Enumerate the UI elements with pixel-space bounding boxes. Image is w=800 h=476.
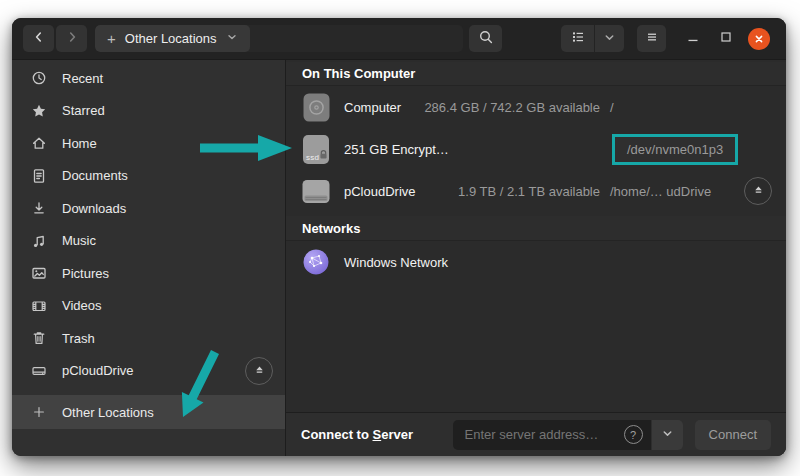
disk-icon: [302, 92, 330, 122]
location-row-encrypted-partition[interactable]: ssd 251 GB Encrypt… /dev/nvme0n1p3: [286, 128, 786, 170]
list-view-button[interactable]: [561, 25, 594, 52]
help-icon[interactable]: ?: [624, 425, 643, 444]
window-body: Recent Starred Home Documents Downloads: [12, 60, 786, 456]
label-text: erver: [381, 427, 413, 442]
close-icon: [748, 28, 770, 50]
minimize-icon: [685, 29, 701, 48]
path-bar[interactable]: + Other Locations: [95, 25, 463, 52]
sidebar-item-trash[interactable]: Trash: [12, 322, 285, 355]
sidebar-item-recent[interactable]: Recent: [12, 62, 285, 95]
sidebar-item-pictures[interactable]: Pictures: [12, 257, 285, 290]
sidebar-item-label: Recent: [62, 71, 103, 86]
ssd-encrypted-icon: ssd: [302, 134, 330, 164]
lock-icon: [318, 148, 329, 163]
download-icon: [31, 200, 47, 216]
document-icon: [31, 168, 47, 184]
path-segment-other-locations[interactable]: + Other Locations: [95, 25, 250, 52]
eject-slot: [740, 177, 772, 205]
connect-button-label: Connect: [709, 427, 757, 442]
sidebar-item-pclouddrive[interactable]: pCloudDrive: [12, 355, 285, 388]
eject-icon: [253, 363, 266, 379]
chevron-left-icon: [31, 29, 47, 48]
sidebar-item-label: Home: [62, 136, 97, 151]
sidebar-item-label: pCloudDrive: [62, 363, 134, 378]
harddrive-icon: [302, 176, 330, 206]
location-path: /home/… udDrive: [600, 184, 740, 199]
location-size: 1.9 TB / 2.1 TB available: [458, 184, 600, 199]
section-header-label: Networks: [302, 221, 361, 236]
server-address-field: ?: [453, 420, 651, 450]
sidebar-item-label: Pictures: [62, 266, 109, 281]
home-icon: [31, 135, 47, 151]
chevron-down-icon: [226, 31, 238, 46]
section-header-on-this-computer: On This Computer: [286, 62, 786, 86]
sidebar-item-home[interactable]: Home: [12, 127, 285, 160]
server-address-input[interactable]: [463, 426, 624, 443]
recent-servers-button[interactable]: [652, 420, 683, 450]
maximize-button[interactable]: [709, 25, 742, 52]
main-column: On This Computer Computer 286.4 GB / 742…: [286, 60, 786, 456]
sidebar-item-label: Videos: [62, 298, 102, 313]
sidebar-item-downloads[interactable]: Downloads: [12, 192, 285, 225]
network-globe-icon: [302, 247, 330, 277]
minimize-button[interactable]: [676, 25, 709, 52]
clock-icon: [31, 70, 47, 86]
eject-button[interactable]: [744, 177, 772, 205]
back-button[interactable]: [23, 25, 54, 52]
location-name: Computer: [344, 100, 401, 115]
section-header-label: On This Computer: [302, 66, 415, 81]
location-size: 286.4 GB / 742.2 GB available: [424, 100, 600, 115]
sidebar-item-starred[interactable]: Starred: [12, 95, 285, 128]
connect-button[interactable]: Connect: [695, 420, 771, 450]
connect-to-server-bar: Connect to Server ? Connect: [286, 412, 786, 456]
label-text: Connect to: [301, 427, 373, 442]
list-view-icon: [570, 29, 586, 48]
star-icon: [31, 103, 47, 119]
sidebar-item-other-locations[interactable]: Other Locations: [12, 395, 285, 429]
hamburger-menu-icon: [644, 29, 660, 48]
server-address-group: ? Connect: [453, 420, 771, 450]
eject-icon: [752, 183, 765, 199]
sidebar-item-label: Trash: [62, 331, 95, 346]
help-glyph: ?: [630, 429, 636, 441]
label-mnemonic: S: [373, 427, 382, 442]
film-icon: [31, 298, 47, 314]
plus-icon: [31, 404, 47, 420]
sidebar-item-label: Starred: [62, 103, 105, 118]
sidebar-item-music[interactable]: Music: [12, 225, 285, 258]
trash-icon: [31, 330, 47, 346]
path-segment-label: Other Locations: [125, 31, 217, 46]
location-row-computer[interactable]: Computer 286.4 GB / 742.2 GB available /: [286, 86, 786, 128]
view-options-button[interactable]: [595, 25, 624, 52]
location-path: /dev/nvme0n1p3: [600, 134, 740, 165]
location-row-pclouddrive[interactable]: pCloudDrive 1.9 TB / 2.1 TB available /h…: [286, 170, 786, 212]
maximize-icon: [718, 29, 734, 48]
sidebar-item-videos[interactable]: Videos: [12, 290, 285, 323]
eject-button[interactable]: [245, 357, 273, 385]
chevron-down-icon: [661, 427, 674, 443]
sidebar: Recent Starred Home Documents Downloads: [12, 60, 286, 456]
sidebar-item-label: Downloads: [62, 201, 126, 216]
connect-to-server-label: Connect to Server: [301, 427, 413, 442]
section-header-networks: Networks: [286, 216, 786, 241]
plus-icon: +: [107, 31, 116, 46]
menu-button[interactable]: [637, 25, 666, 52]
location-path: /: [600, 100, 740, 115]
header-bar: + Other Locations: [12, 18, 786, 60]
forward-button[interactable]: [56, 25, 87, 52]
location-name: Windows Network: [344, 255, 448, 270]
sidebar-item-label: Music: [62, 233, 96, 248]
screenshot-page: + Other Locations: [0, 0, 800, 476]
chevron-right-icon: [64, 29, 80, 48]
close-button[interactable]: [742, 25, 775, 52]
location-row-windows-network[interactable]: Windows Network: [286, 241, 786, 283]
other-locations-view: On This Computer Computer 286.4 GB / 742…: [286, 60, 786, 412]
nav-group: [23, 25, 87, 52]
search-button[interactable]: [469, 25, 502, 52]
chevron-down-icon: [603, 31, 616, 47]
annotation-highlight-box: /dev/nvme0n1p3: [612, 134, 738, 165]
sidebar-item-documents[interactable]: Documents: [12, 160, 285, 193]
location-name: pCloudDrive: [344, 184, 416, 199]
files-window: + Other Locations: [12, 18, 786, 456]
view-toggle-split-button: [561, 25, 624, 52]
